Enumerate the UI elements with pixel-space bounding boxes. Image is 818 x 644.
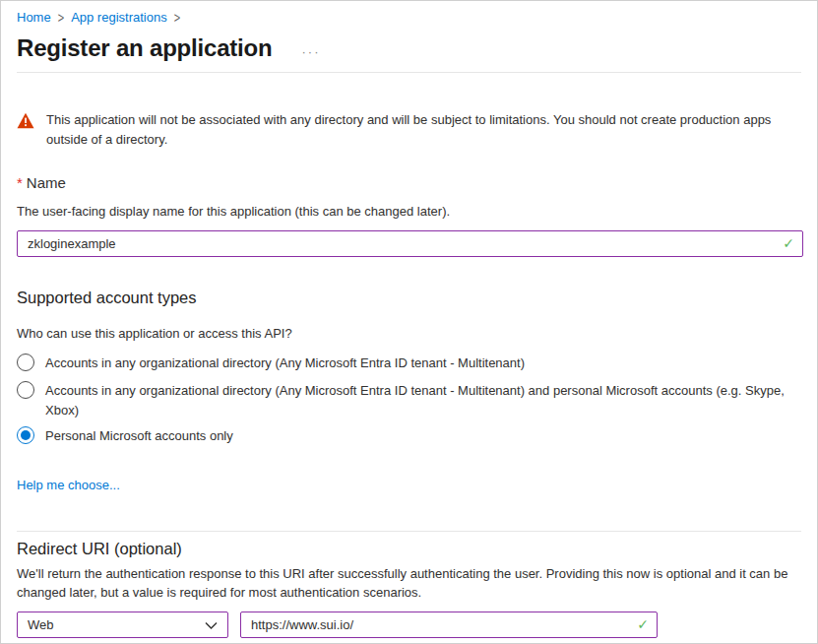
register-application-page: Home > App registrations > Register an a… xyxy=(0,0,818,644)
radio-option-personal-only[interactable]: Personal Microsoft accounts only xyxy=(17,426,801,446)
required-marker: * xyxy=(17,174,23,191)
section-divider xyxy=(17,531,801,532)
account-types-question: Who can use this application or access t… xyxy=(17,326,801,341)
page-title: Register an application xyxy=(17,34,272,62)
warning-triangle-icon xyxy=(17,112,34,149)
name-input[interactable] xyxy=(17,230,803,257)
radio-option-multitenant-personal[interactable]: Accounts in any organizational directory… xyxy=(17,381,801,420)
title-divider xyxy=(17,72,801,73)
redirect-uri-input[interactable] xyxy=(240,612,658,638)
help-me-choose-link[interactable]: Help me choose... xyxy=(17,478,120,492)
platform-select-value: Web xyxy=(28,617,54,632)
name-field-label: *Name xyxy=(17,174,801,191)
chevron-down-icon xyxy=(205,621,218,629)
breadcrumb-separator-icon: > xyxy=(58,10,64,25)
redirect-uri-heading: Redirect URI (optional) xyxy=(17,540,801,558)
radio-button-icon[interactable] xyxy=(17,426,34,444)
warning-banner: This application will not be associated … xyxy=(17,110,801,149)
radio-button-icon[interactable] xyxy=(17,381,34,399)
radio-option-label: Personal Microsoft accounts only xyxy=(45,426,233,446)
breadcrumb-app-registrations-link[interactable]: App registrations xyxy=(71,10,167,25)
breadcrumb: Home > App registrations > xyxy=(17,1,801,25)
radio-option-label: Accounts in any organizational directory… xyxy=(45,381,801,420)
name-field-description: The user-facing display name for this ap… xyxy=(17,202,801,221)
radio-option-label: Accounts in any organizational directory… xyxy=(45,354,525,373)
platform-select[interactable]: Web xyxy=(17,612,228,638)
breadcrumb-separator-icon: > xyxy=(174,10,180,25)
supported-account-types-heading: Supported account types xyxy=(17,289,801,307)
breadcrumb-home-link[interactable]: Home xyxy=(17,10,51,25)
radio-button-icon[interactable] xyxy=(17,354,34,371)
more-menu-icon[interactable]: ··· xyxy=(301,38,320,59)
warning-text: This application will not be associated … xyxy=(46,110,798,149)
redirect-uri-description: We'll return the authentication response… xyxy=(17,564,801,602)
radio-option-multitenant[interactable]: Accounts in any organizational directory… xyxy=(17,354,801,373)
